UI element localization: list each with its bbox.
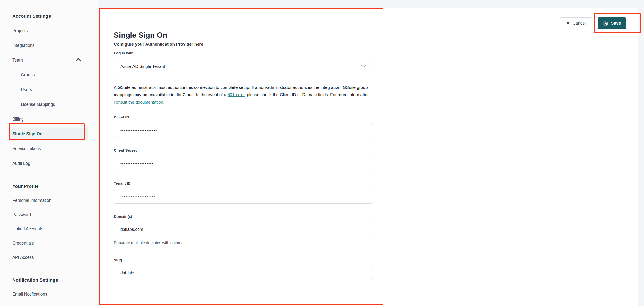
sidebar-item-label: Single Sign On	[12, 132, 42, 137]
sidebar-item-label: Password	[12, 212, 31, 217]
sidebar-item-api-access[interactable]: API Access	[0, 250, 98, 265]
sidebar-item-audit-log[interactable]: Audit Log	[0, 156, 98, 171]
sidebar-item-label: API Access	[12, 255, 34, 260]
client-secret-input[interactable]	[114, 157, 373, 170]
link-401-error[interactable]: 401 error	[228, 92, 244, 97]
sidebar-item-service-tokens[interactable]: Service Tokens	[0, 142, 98, 156]
sidebar-item-label: Service Tokens	[12, 146, 41, 151]
client-secret-label: Client Secret	[114, 148, 137, 153]
client-id-input[interactable]	[114, 124, 373, 137]
sidebar-item-label: Projects	[12, 28, 28, 33]
tenant-id-label: Tenant ID	[114, 181, 130, 186]
sidebar-item-label: Audit Log	[12, 161, 30, 166]
sidebar-item-label: Email Notifications	[12, 292, 47, 297]
sidebar-item-label: Users	[21, 87, 32, 92]
link-consult-documentation[interactable]: consult the documentation	[114, 100, 163, 105]
sidebar-item-groups[interactable]: Groups	[0, 68, 98, 82]
domains-label: Domain(s)	[114, 214, 132, 219]
cancel-button[interactable]: ✕ Cancel	[560, 17, 592, 29]
sidebar-item-label: Billing	[12, 117, 24, 122]
slug-input[interactable]	[114, 266, 373, 280]
domains-helper-text: Separate multiple domains with commas	[114, 241, 186, 245]
notice-text: , please check the Client ID or Domain f…	[244, 92, 371, 97]
domains-input[interactable]	[114, 223, 373, 236]
page-subtitle: Configure your Authentication Provider h…	[114, 42, 203, 47]
sidebar-item-label: Team	[12, 58, 23, 63]
sidebar-heading-account-settings: Account Settings	[0, 9, 98, 23]
sidebar-item-integrations[interactable]: Integrations	[0, 38, 98, 53]
save-button[interactable]: Save	[598, 17, 626, 29]
gsuite-authorization-notice: A GSuite administrator must authorize th…	[114, 84, 372, 106]
sidebar-item-license-mappings[interactable]: License Mappings	[0, 97, 98, 112]
sidebar-item-linked-accounts[interactable]: Linked Accounts	[0, 222, 98, 236]
sidebar-item-label: License Mappings	[21, 102, 55, 107]
sidebar-item-personal-information[interactable]: Personal Information	[0, 193, 98, 208]
sidebar-item-label: Credentials	[12, 241, 34, 246]
sidebar-item-credentials[interactable]: Credentials	[0, 236, 98, 250]
login-with-selected-value: Azure AD Single Tenant	[120, 64, 165, 69]
sidebar-item-email-notifications[interactable]: Email Notifications	[0, 287, 98, 302]
sidebar-item-label: Linked Accounts	[12, 226, 43, 232]
sidebar-item-password[interactable]: Password	[0, 208, 98, 222]
slug-label: Slug	[114, 258, 122, 262]
login-with-select[interactable]: Azure AD Single Tenant	[114, 60, 373, 73]
chevron-down-icon	[361, 64, 366, 69]
sidebar-item-billing[interactable]: Billing	[0, 112, 98, 127]
settings-sidebar: Account Settings Projects Integrations T…	[0, 0, 98, 306]
sidebar-item-label: Integrations	[12, 43, 34, 48]
chevron-up-icon[interactable]	[75, 58, 81, 63]
close-x-icon: ✕	[566, 21, 570, 25]
sidebar-item-projects[interactable]: Projects	[0, 23, 98, 38]
sidebar-item-label: Personal Information	[12, 198, 51, 203]
page-title: Single Sign On	[114, 31, 167, 40]
save-button-label: Save	[611, 21, 621, 26]
sidebar-heading-notification-settings: Notification Settings	[0, 273, 98, 287]
login-with-label: Log in with	[114, 51, 134, 55]
cancel-button-label: Cancel	[572, 21, 586, 26]
client-id-label: Client ID	[114, 115, 129, 119]
notice-text: .	[163, 100, 164, 105]
tenant-id-input[interactable]	[114, 190, 373, 203]
sidebar-item-single-sign-on[interactable]: Single Sign On	[0, 127, 98, 142]
save-floppy-icon	[603, 21, 608, 26]
sidebar-heading-your-profile: Your Profile	[0, 179, 98, 193]
sidebar-item-label: Groups	[21, 73, 34, 78]
sidebar-item-users[interactable]: Users	[0, 82, 98, 97]
sso-settings-card: Single Sign On Configure your Authentica…	[100, 8, 638, 306]
sidebar-item-team[interactable]: Team	[0, 53, 98, 68]
